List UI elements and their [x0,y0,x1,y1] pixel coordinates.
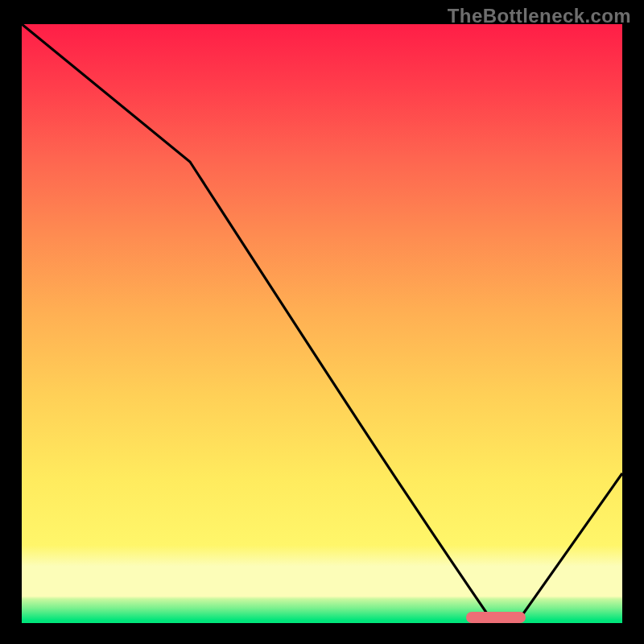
gradient-background [22,24,622,623]
min-marker [466,612,526,623]
chart-svg [22,24,622,623]
chart-container: TheBottleneck.com [0,0,644,644]
plot-area [22,24,622,623]
